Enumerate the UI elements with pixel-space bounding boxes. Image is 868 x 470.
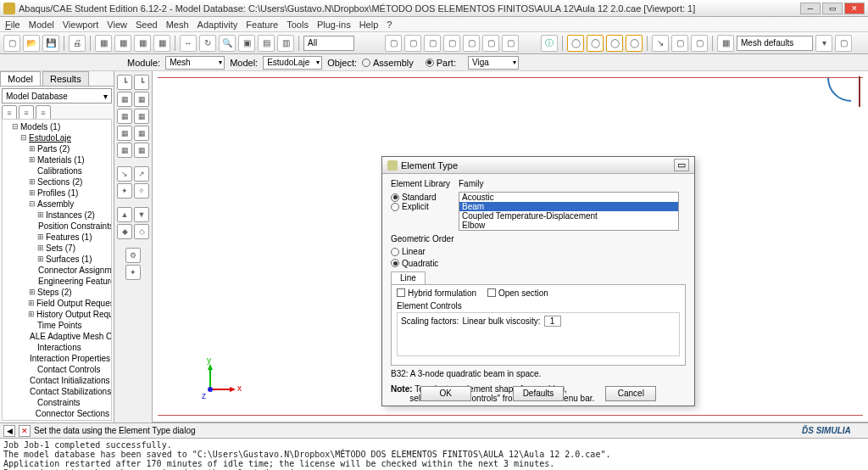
tool-icon[interactable]: ▢: [482, 35, 499, 52]
circle-icon[interactable]: ◯: [567, 35, 584, 52]
tool-icon[interactable]: ▦: [134, 143, 149, 158]
object-part-radio[interactable]: Part:: [426, 58, 456, 68]
family-option-elbow[interactable]: Elbow: [459, 221, 678, 230]
tool-icon[interactable]: ▢: [443, 35, 460, 52]
family-option-beam[interactable]: Beam: [459, 202, 678, 211]
tool-icon[interactable]: ▢: [404, 35, 421, 52]
viewport[interactable]: y x z Element Type ▭ Element Library Fam…: [153, 71, 868, 422]
rotate-icon[interactable]: ↻: [199, 35, 216, 52]
maximize-button[interactable]: ▭: [822, 3, 843, 14]
mesh-defaults-select[interactable]: Mesh defaults: [737, 36, 813, 51]
tool-icon[interactable]: ◇: [134, 224, 149, 239]
model-tree[interactable]: ⊟Models (1) ⊟EstudoLaje ⊞Parts (2) ⊞Mate…: [2, 119, 112, 421]
ok-button[interactable]: OK: [420, 386, 471, 401]
tool-icon[interactable]: ▦: [117, 143, 132, 158]
tool-icon[interactable]: ✦: [117, 183, 132, 199]
tool-icon[interactable]: ↗: [134, 166, 149, 182]
close-button[interactable]: ✕: [844, 3, 865, 14]
tab-line[interactable]: Line: [391, 271, 426, 284]
tool-icon[interactable]: ▥: [277, 35, 294, 52]
menu-tools[interactable]: Tools: [287, 20, 309, 30]
family-option-acoustic[interactable]: Acoustic: [459, 193, 678, 202]
tool-icon[interactable]: ▢: [463, 35, 480, 52]
standard-radio[interactable]: Standard: [391, 193, 437, 202]
tool-icon[interactable]: ◆: [117, 224, 132, 239]
menu-view[interactable]: View: [107, 20, 127, 30]
family-listbox[interactable]: Acoustic Beam Coupled Temperature-Displa…: [459, 192, 679, 231]
menu-model[interactable]: Model: [29, 20, 54, 30]
hybrid-checkbox[interactable]: Hybrid formulation: [397, 288, 476, 298]
module-select[interactable]: Mesh: [165, 56, 225, 70]
cancel-icon[interactable]: ✕: [19, 425, 31, 437]
new-icon[interactable]: ▢: [3, 35, 20, 52]
pan-icon[interactable]: ↔: [180, 35, 197, 52]
explicit-radio[interactable]: Explicit: [391, 202, 429, 211]
tool-icon[interactable]: ▦: [117, 92, 132, 107]
tool-icon[interactable]: ▤: [258, 35, 275, 52]
tool-icon[interactable]: ↘: [117, 166, 132, 182]
open-icon[interactable]: 📂: [23, 35, 40, 52]
view-compass[interactable]: [827, 78, 851, 102]
tool-icon[interactable]: ┗: [134, 75, 149, 90]
tool-icon[interactable]: ▢: [671, 35, 688, 52]
tool-icon[interactable]: ▦: [95, 35, 112, 52]
menu-viewport[interactable]: Viewport: [63, 20, 99, 30]
circle-icon[interactable]: ◯: [626, 35, 643, 52]
cancel-button[interactable]: Cancel: [605, 386, 656, 401]
quadratic-radio[interactable]: Quadratic: [391, 259, 438, 268]
tool-icon[interactable]: ▦: [153, 35, 170, 52]
menu-seed[interactable]: Seed: [136, 20, 158, 30]
layer-select[interactable]: All: [303, 36, 354, 51]
tab-results[interactable]: Results: [42, 71, 89, 86]
zoom-icon[interactable]: 🔍: [219, 35, 236, 52]
info-icon[interactable]: ⓘ: [541, 35, 558, 52]
menu-adaptivity[interactable]: Adaptivity: [198, 20, 238, 30]
circle-icon[interactable]: ◯: [587, 35, 604, 52]
print-icon[interactable]: 🖨: [69, 35, 86, 52]
lbv-input[interactable]: [544, 316, 561, 327]
mesh-icon[interactable]: ▦: [717, 35, 734, 52]
menu-feature[interactable]: Feature: [246, 20, 278, 30]
tree-header[interactable]: Model Database▾: [2, 88, 112, 104]
family-option-ctd[interactable]: Coupled Temperature-Displacement: [459, 211, 678, 221]
tool-icon[interactable]: ▢: [835, 35, 852, 52]
tab-model[interactable]: Model: [0, 71, 41, 86]
tool-icon[interactable]: ▢: [424, 35, 441, 52]
fit-icon[interactable]: ▣: [238, 35, 255, 52]
menu-plugins[interactable]: Plug-ins: [317, 20, 351, 30]
status-icon[interactable]: ◀: [3, 425, 15, 437]
dropdown-icon[interactable]: ▾: [815, 35, 832, 52]
message-console[interactable]: Job Job-1 completed successfully. The mo…: [0, 438, 868, 470]
tool-icon[interactable]: ▦: [117, 126, 132, 141]
tool-icon[interactable]: ▢: [691, 35, 708, 52]
circle-icon[interactable]: ◯: [606, 35, 623, 52]
tool-icon[interactable]: ▦: [134, 109, 149, 124]
dialog-title-bar[interactable]: Element Type ▭: [382, 157, 694, 174]
tool-icon[interactable]: ▦: [134, 92, 149, 107]
tool-icon[interactable]: ▢: [502, 35, 519, 52]
tool-icon[interactable]: ▦: [114, 35, 131, 52]
menu-help[interactable]: Help: [359, 20, 379, 30]
tool-icon[interactable]: ✦: [125, 265, 141, 280]
menu-file[interactable]: File: [5, 20, 20, 30]
menu-mesh[interactable]: Mesh: [166, 20, 189, 30]
model-select[interactable]: EstudoLaje: [263, 56, 322, 70]
tool-icon[interactable]: ▲: [117, 207, 132, 222]
menu-q[interactable]: ?: [387, 20, 392, 30]
tool-icon[interactable]: ✧: [134, 183, 149, 199]
linear-radio[interactable]: Linear: [391, 247, 426, 256]
opensection-checkbox[interactable]: Open section: [487, 288, 548, 298]
save-icon[interactable]: 💾: [42, 35, 59, 52]
tool-icon[interactable]: ↘: [652, 35, 669, 52]
part-select[interactable]: Viga: [468, 56, 519, 70]
tool-icon[interactable]: ┗: [117, 75, 132, 90]
minimize-button[interactable]: ─: [800, 3, 821, 14]
tool-icon[interactable]: ▦: [134, 126, 149, 141]
tool-icon[interactable]: ⚙: [125, 248, 141, 263]
tool-icon[interactable]: ▦: [134, 35, 151, 52]
tool-icon[interactable]: ▦: [117, 109, 132, 124]
dialog-close-icon[interactable]: ▭: [674, 159, 689, 171]
object-assembly-radio[interactable]: Assembly: [362, 58, 414, 68]
defaults-button[interactable]: Defaults: [513, 386, 564, 401]
tool-icon[interactable]: ▼: [134, 207, 149, 222]
